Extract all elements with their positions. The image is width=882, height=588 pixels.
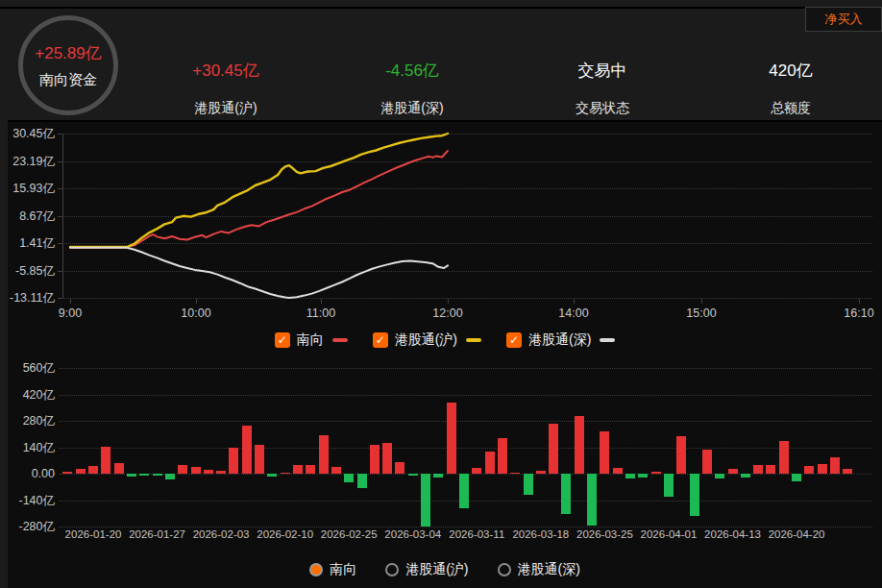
bar[interactable] [281,473,290,475]
bar[interactable] [561,474,571,514]
bar-plot[interactable] [60,368,872,527]
y-tick-label: -13.11亿 [8,291,55,305]
bar[interactable] [255,445,264,474]
bar[interactable] [472,468,481,474]
bar[interactable] [267,474,277,477]
bar[interactable] [88,466,98,474]
bar[interactable] [114,463,124,474]
bar[interactable] [741,474,750,478]
bar[interactable] [690,474,699,516]
radio-item-shen[interactable]: 港股通(深) [498,561,580,578]
bar[interactable] [204,470,213,474]
x-tick-label: 2026-02-03 [184,528,257,540]
net-buy-button[interactable]: 净买入 [805,7,882,32]
bar[interactable] [242,426,252,474]
bar[interactable] [370,445,380,474]
bar[interactable] [766,465,775,474]
gridline [60,395,872,396]
bar-chart-y-axis: 560亿420亿280亿140亿0.00-140亿-280亿 [8,368,55,537]
bar[interactable] [728,469,738,474]
series-line-1 [70,134,448,247]
series-color-dash [466,338,481,342]
bar[interactable] [549,424,558,474]
radio-unselected-icon[interactable] [498,563,511,576]
radio-selected-icon[interactable] [309,563,323,576]
bar[interactable] [485,452,495,474]
bar[interactable] [830,457,840,474]
stat-value: 交易中 [511,60,694,82]
bar[interactable] [779,441,789,474]
radio-item-south[interactable]: 南向 [309,561,356,578]
legend-item-shen[interactable]: ✓ 港股通(深) [506,331,615,349]
radio-item-hu[interactable]: 港股通(沪) [385,561,468,578]
line-plot[interactable] [62,128,872,303]
bar[interactable] [651,472,661,474]
bar[interactable] [715,474,724,478]
gauge-value: +25.89亿 [35,42,101,64]
bar[interactable] [447,403,456,474]
bar[interactable] [664,474,674,497]
bar[interactable] [625,474,635,478]
bar[interactable] [536,471,546,474]
bar[interactable] [153,474,162,476]
bar[interactable] [229,448,238,475]
bar[interactable] [357,474,367,488]
bar[interactable] [293,465,303,474]
southbound-capital-dashboard: 净买入 +25.89亿 南向资金 +30.45亿 港股通(沪) -4.56亿 港… [0,0,882,588]
bar[interactable] [178,465,187,474]
bar[interactable] [344,474,354,482]
bar[interactable] [818,464,827,474]
bar[interactable] [306,465,315,474]
legend-item-hu[interactable]: ✓ 港股通(沪) [373,331,481,349]
bar[interactable] [498,438,507,474]
bar[interactable] [575,416,584,474]
bar[interactable] [638,474,648,478]
bar[interactable] [139,474,149,476]
bar[interactable] [101,447,110,474]
bar[interactable] [753,465,763,474]
bar[interactable] [676,436,686,474]
bar[interactable] [792,474,801,481]
x-tick-label: 14:00 [543,306,604,320]
line-chart-x-axis: 9:0010:0011:0012:0014:0015:0016:10 [8,306,882,322]
radio-unselected-icon[interactable] [385,563,399,576]
bar[interactable] [804,466,814,474]
stat-label: 交易状态 [511,100,694,117]
bar[interactable] [510,473,520,475]
checkbox-checked-icon[interactable]: ✓ [275,332,290,348]
checkbox-checked-icon[interactable]: ✓ [373,332,388,348]
bar[interactable] [319,435,329,474]
y-tick-label: 23.19亿 [8,155,55,168]
check-icon: ✓ [509,334,519,346]
bar[interactable] [165,474,175,479]
legend-label: 港股通(沪) [395,331,457,349]
x-tick-label: 2026-01-20 [57,528,130,540]
bar[interactable] [191,467,201,474]
bar[interactable] [76,469,86,474]
bar[interactable] [62,472,72,474]
gauge-label: 南向资金 [39,71,97,89]
bar[interactable] [843,469,852,474]
y-tick-label: 140亿 [8,441,55,454]
legend-item-south[interactable]: ✓ 南向 [275,331,348,349]
legend-label: 港股通(深) [528,331,591,349]
bar[interactable] [613,468,623,474]
bar[interactable] [702,450,712,474]
bar[interactable] [587,474,597,526]
bar[interactable] [127,474,136,477]
x-tick-label: 2026-04-13 [697,528,770,540]
checkbox-checked-icon[interactable]: ✓ [506,332,522,348]
bar[interactable] [600,431,609,474]
bar[interactable] [433,474,443,478]
stat-value: 420亿 [699,60,882,82]
bar[interactable] [524,474,533,495]
bar[interactable] [216,471,226,474]
bar[interactable] [421,474,430,527]
bar[interactable] [395,462,404,474]
bar[interactable] [459,474,469,508]
bar[interactable] [331,467,341,474]
gridline [60,527,872,527]
x-tick-label: 2026-04-20 [760,528,833,540]
bar[interactable] [408,474,418,476]
bar[interactable] [382,443,392,474]
